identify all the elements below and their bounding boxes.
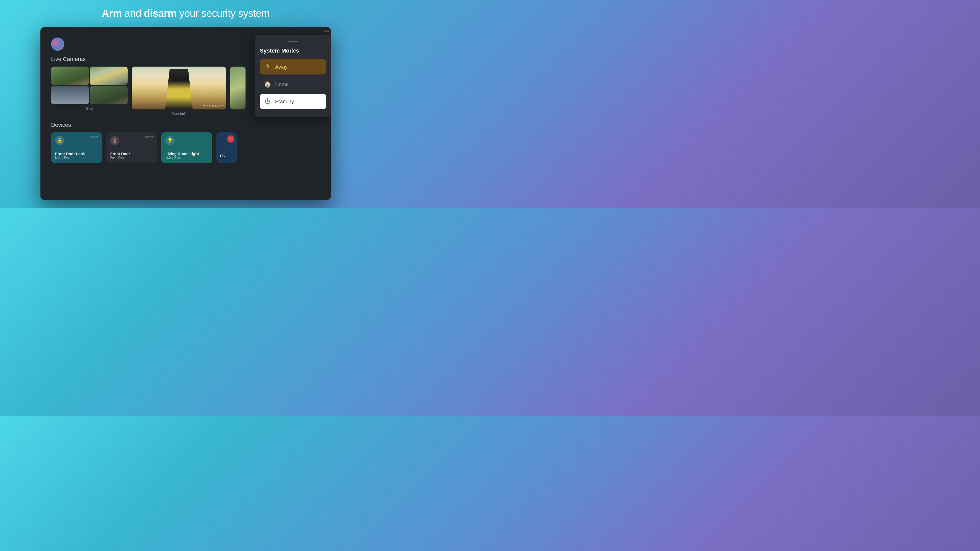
partial-device-name: Livi xyxy=(220,154,227,158)
device-alert-icon: ! xyxy=(227,135,234,143)
camera-grid-label: Grid xyxy=(51,106,127,110)
away-label: Away xyxy=(275,64,288,70)
panel-title: System Modes xyxy=(260,48,326,54)
camera-doorbell-group: ▲ a b o d e 2022-05-23 20:29:25 Doorbell xyxy=(132,67,226,116)
device-card-partial[interactable]: ! Livi xyxy=(216,132,237,163)
camera-tile-4[interactable] xyxy=(90,86,127,104)
camera-tile-1[interactable] xyxy=(51,67,89,85)
device-location-front-door-lock: Living Room xyxy=(55,156,98,159)
home-label: Home xyxy=(275,81,289,87)
mode-item-away[interactable]: 🏃 Away xyxy=(260,59,326,75)
camera-doorbell-label: Doorbell xyxy=(132,111,226,116)
device-name-front-door-lock: Front Door Lock xyxy=(55,151,98,156)
device-icon-door: 🚪 xyxy=(110,136,119,145)
camera-partial[interactable]: ▲ a xyxy=(230,67,245,110)
device-icon-light: 💡 xyxy=(165,136,175,145)
camera-tile-3[interactable] xyxy=(51,86,89,104)
standby-icon: ⏻ xyxy=(264,98,272,105)
device-icon-lock: 🔒 xyxy=(55,136,64,145)
doorbell-timestamp: 2022-05-23 20:29:25 xyxy=(203,105,224,107)
mode-item-standby[interactable]: ⏻ Standby xyxy=(260,94,326,109)
camera-grid-group: Grid xyxy=(51,67,127,110)
mode-item-home[interactable]: 🏠 Home xyxy=(260,76,326,92)
camera-doorbell[interactable]: ▲ a b o d e 2022-05-23 20:29:25 xyxy=(132,67,226,110)
device-status-locked: Locked xyxy=(89,135,99,138)
away-icon: 🏃 xyxy=(264,63,272,70)
devices-section-title: Devices xyxy=(51,122,321,128)
avatar[interactable] xyxy=(51,38,64,51)
headline-arm: Arm xyxy=(102,8,122,19)
device-status-closed: Closed xyxy=(145,135,154,138)
device-card-living-room-light[interactable]: 💡 Living Room Light Living Room xyxy=(161,132,212,163)
camera-tile-2[interactable] xyxy=(90,67,127,85)
device-name-front-door: Front Door xyxy=(110,151,153,156)
headline: Arm and disarm your security system xyxy=(102,8,270,19)
standby-label: Standby xyxy=(275,99,294,105)
panel-handle xyxy=(288,41,298,42)
device-location-living-room-light: Living Room xyxy=(165,156,208,159)
device-location-front-door: Front Porch xyxy=(110,156,153,159)
headline-disarm: disarm xyxy=(144,8,177,19)
devices-section: Devices Locked 🔒 Front Door Lock Living … xyxy=(51,122,321,163)
device-window: Live Cameras Grid xyxy=(40,27,331,200)
system-modes-panel: System Modes 🏃 Away 🏠 Home ⏻ Standby xyxy=(255,35,331,118)
device-name-living-room-light: Living Room Light xyxy=(165,151,208,156)
device-card-front-door[interactable]: Closed 🚪 Front Door Front Porch xyxy=(106,132,157,163)
device-card-front-door-lock[interactable]: Locked 🔒 Front Door Lock Living Room xyxy=(51,132,102,163)
home-icon: 🏠 xyxy=(264,81,272,88)
